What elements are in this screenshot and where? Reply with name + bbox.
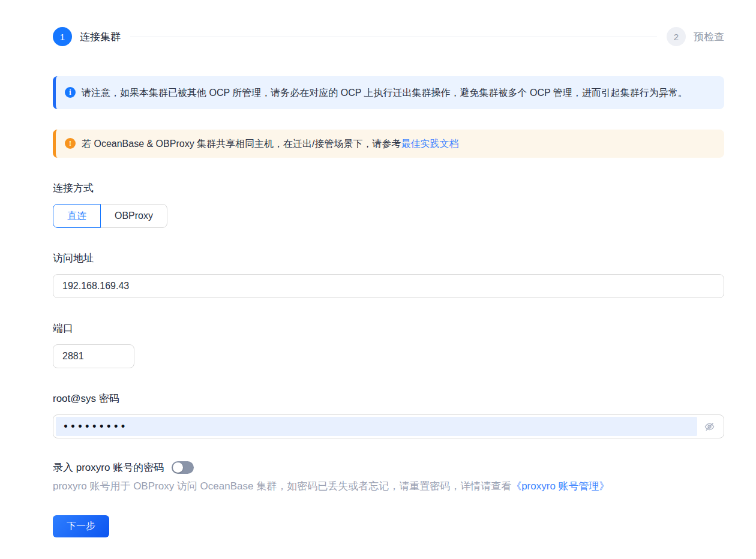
root-sys-password-input[interactable] xyxy=(56,417,697,436)
info-alert-text: 请注意，如果本集群已被其他 OCP 所管理，请务必在对应的 OCP 上执行迁出集… xyxy=(82,85,715,101)
warning-circle-icon: ! xyxy=(65,138,76,149)
address-input[interactable] xyxy=(53,274,724,298)
root-sys-password-field xyxy=(53,414,724,438)
step-1-circle: 1 xyxy=(53,27,72,46)
connection-method-label: 连接方式 xyxy=(53,182,724,195)
step-1-label: 连接集群 xyxy=(80,30,121,44)
proxyro-toggle-row: 录入 proxyro 账号的密码 xyxy=(53,461,724,474)
proxyro-account-management-link[interactable]: 《proxyro 账号管理》 xyxy=(511,480,609,492)
proxyro-password-switch[interactable] xyxy=(172,461,194,474)
connect-cluster-page: 1 连接集群 2 预检查 i 请注意，如果本集群已被其他 OCP 所管理，请务必… xyxy=(0,0,756,537)
connection-method-radio-group: 直连 OBProxy xyxy=(53,204,167,228)
warning-text: 若 OceanBase & OBProxy 集群共享相同主机，在迁出/接管场景下… xyxy=(82,139,401,149)
proxyro-help-body: proxyro 账号用于 OBProxy 访问 OceanBase 集群，如密码… xyxy=(53,480,511,492)
shared-host-warning-alert: ! 若 OceanBase & OBProxy 集群共享相同主机，在迁出/接管场… xyxy=(53,130,724,158)
step-2-label: 预检查 xyxy=(694,30,724,44)
step-2-circle: 2 xyxy=(667,27,686,46)
proxyro-help-text: proxyro 账号用于 OBProxy 访问 OceanBase 集群，如密码… xyxy=(53,479,724,494)
radio-obproxy[interactable]: OBProxy xyxy=(100,204,167,228)
steps-bar: 1 连接集群 2 预检查 xyxy=(53,27,724,46)
step-precheck[interactable]: 2 预检查 xyxy=(667,27,724,46)
step-divider-line xyxy=(130,37,657,37)
eye-invisible-icon[interactable] xyxy=(697,421,721,432)
port-input[interactable] xyxy=(53,344,134,368)
next-step-button[interactable]: 下一步 xyxy=(53,515,109,537)
best-practice-doc-link[interactable]: 最佳实践文档 xyxy=(401,139,459,149)
port-label: 端口 xyxy=(53,322,724,335)
switch-knob xyxy=(173,462,183,473)
address-label: 访问地址 xyxy=(53,252,724,265)
info-circle-icon: i xyxy=(65,87,76,98)
radio-direct-connect[interactable]: 直连 xyxy=(53,204,101,228)
ocp-managed-info-alert: i 请注意，如果本集群已被其他 OCP 所管理，请务必在对应的 OCP 上执行迁… xyxy=(53,76,724,109)
step-connect-cluster[interactable]: 1 连接集群 xyxy=(53,27,121,46)
warning-alert-text: 若 OceanBase & OBProxy 集群共享相同主机，在迁出/接管场景下… xyxy=(82,136,715,152)
proxyro-password-label: 录入 proxyro 账号的密码 xyxy=(53,461,164,474)
root-sys-password-label: root@sys 密码 xyxy=(53,392,724,405)
